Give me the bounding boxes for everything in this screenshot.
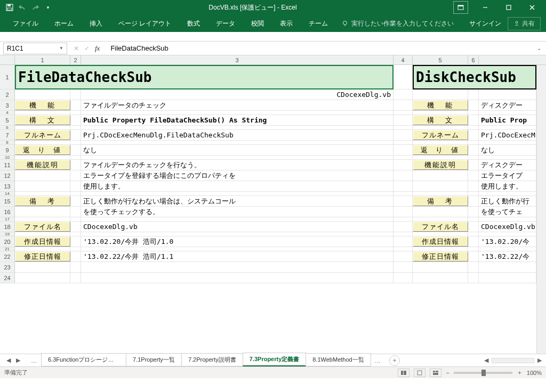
- cell-syntax-r[interactable]: Public Prop: [479, 115, 536, 125]
- cell-desc-r[interactable]: ディスクデー: [479, 160, 536, 170]
- cell-file-r[interactable]: CDocexeDlg.vb: [479, 222, 536, 232]
- cell-remarks2-r[interactable]: を使ってチェ: [479, 207, 536, 217]
- enter-formula-icon[interactable]: ✓: [84, 45, 90, 52]
- label-created-r[interactable]: 作成日情報: [413, 236, 468, 247]
- label-return[interactable]: 返 り 値: [15, 145, 70, 155]
- row-header[interactable]: 18: [0, 222, 14, 232]
- cancel-formula-icon[interactable]: ✕: [74, 45, 79, 52]
- cell-file[interactable]: CDocexeDlg.vb: [81, 222, 394, 232]
- zoom-slider[interactable]: [454, 372, 512, 374]
- tab-page-layout[interactable]: ページ レイアウト: [111, 16, 179, 31]
- cell-return-r[interactable]: なし: [479, 145, 536, 155]
- worksheet-area[interactable]: 1 2 3 4 5 6 7 8 9 10 11 12 13 14 15 16 1…: [0, 65, 546, 354]
- label-desc-r[interactable]: 機能説明: [413, 160, 468, 170]
- cell-fullname[interactable]: Prj.CDocExecMenuDlg.FileDataCheckSub: [81, 130, 394, 140]
- row-header[interactable]: 21: [0, 247, 14, 251]
- col-header[interactable]: 1: [15, 55, 70, 64]
- cell-return[interactable]: なし: [81, 145, 394, 155]
- cell-desc2[interactable]: エラータイプを登録する場合にこのプロパティを: [81, 170, 394, 181]
- label-syntax-r[interactable]: 構 文: [413, 115, 468, 125]
- undo-icon[interactable]: [18, 3, 27, 12]
- sheet-tab-active[interactable]: 7.3Property定義書: [243, 353, 307, 366]
- save-icon[interactable]: [5, 3, 14, 12]
- row-header[interactable]: 3: [0, 100, 14, 111]
- qat-dropdown-icon[interactable]: ▼: [44, 3, 52, 12]
- tab-scroll-left-icon[interactable]: ◀: [6, 357, 11, 364]
- row-header[interactable]: 2: [0, 89, 14, 100]
- cell-syntax[interactable]: Public Property FileDataCheckSub() As St…: [81, 115, 394, 125]
- row-header[interactable]: 23: [0, 262, 14, 273]
- label-remarks-r[interactable]: 備 考: [413, 196, 468, 206]
- tabs-ellipsis-left[interactable]: …: [27, 357, 41, 364]
- label-function-r[interactable]: 機 能: [413, 100, 468, 110]
- cell-created[interactable]: '13.02.20/今井 浩司/1.0: [81, 236, 394, 247]
- scroll-right-icon[interactable]: ▶: [537, 357, 542, 364]
- share-button[interactable]: 共有: [508, 17, 541, 30]
- row-header[interactable]: 11: [0, 160, 14, 170]
- tab-data[interactable]: データ: [208, 16, 243, 31]
- row-header[interactable]: 19: [0, 232, 14, 236]
- tab-review[interactable]: 校閲: [244, 16, 271, 31]
- row-header[interactable]: 14: [0, 192, 14, 196]
- close-button[interactable]: [521, 1, 543, 14]
- row-header[interactable]: 17: [0, 217, 14, 222]
- tab-file[interactable]: ファイル: [5, 16, 46, 31]
- zoom-in-button[interactable]: ＋: [517, 369, 523, 377]
- row-header[interactable]: 16: [0, 207, 14, 217]
- cell-desc3[interactable]: 使用します。: [81, 181, 394, 191]
- row-header[interactable]: 9: [0, 145, 14, 156]
- col-header[interactable]: 3: [81, 55, 394, 64]
- cell-modified-r[interactable]: '13.02.22/今: [479, 251, 536, 262]
- label-modified[interactable]: 修正日情報: [15, 251, 70, 262]
- row-header[interactable]: 13: [0, 181, 14, 192]
- tabs-ellipsis-right[interactable]: …: [371, 357, 385, 364]
- cell-desc2-r[interactable]: エラータイプ: [479, 170, 536, 181]
- chevron-down-icon[interactable]: ▼: [59, 46, 63, 51]
- cell-desc3-r[interactable]: 使用します。: [479, 181, 536, 191]
- tab-home[interactable]: ホーム: [47, 16, 81, 31]
- cell-source-file[interactable]: CDocexeDlg.vb: [81, 89, 394, 100]
- label-desc[interactable]: 機能説明: [15, 160, 70, 170]
- row-header[interactable]: 10: [0, 156, 14, 160]
- maximize-button[interactable]: [498, 1, 519, 14]
- label-fullname-r[interactable]: フルネーム: [413, 130, 468, 140]
- label-return-r[interactable]: 返 り 値: [413, 145, 468, 155]
- row-header[interactable]: 7: [0, 130, 14, 141]
- formula-input[interactable]: [106, 43, 536, 54]
- tab-team[interactable]: チーム: [301, 16, 335, 31]
- tab-view[interactable]: 表示: [272, 16, 300, 31]
- label-created[interactable]: 作成日情報: [15, 236, 70, 247]
- tab-insert[interactable]: 挿入: [82, 16, 110, 31]
- sheet-tab[interactable]: 7.1Property一覧: [126, 353, 182, 366]
- label-remarks[interactable]: 備 考: [15, 196, 70, 206]
- label-file[interactable]: ファイル名: [15, 222, 70, 232]
- row-header[interactable]: 12: [0, 170, 14, 181]
- vertical-scrollbar[interactable]: [536, 65, 546, 354]
- cell-title-left[interactable]: FileDataCheckSub: [15, 65, 394, 89]
- zoom-out-button[interactable]: −: [446, 370, 449, 376]
- cell-remarks-r[interactable]: 正しく動作が行: [479, 196, 536, 206]
- row-header[interactable]: 1: [0, 65, 14, 89]
- label-syntax[interactable]: 構 文: [15, 115, 70, 125]
- cells-area[interactable]: FileDataCheckSub DiskCheckSub CDocexeDlg…: [15, 65, 546, 283]
- expand-formula-bar-icon[interactable]: ⌄: [536, 45, 546, 51]
- row-header[interactable]: 4: [0, 111, 14, 115]
- cell-fullname-r[interactable]: Prj.CDocExecM: [479, 130, 536, 140]
- redo-icon[interactable]: [31, 3, 39, 12]
- ribbon-display-options-icon[interactable]: [453, 1, 468, 14]
- sheet-tab[interactable]: 7.2Property説明書: [181, 353, 243, 366]
- row-header[interactable]: 8: [0, 141, 14, 145]
- view-page-break-icon[interactable]: [430, 369, 441, 377]
- horizontal-scrollbar[interactable]: ◀ ▶: [400, 357, 546, 364]
- cell-remarks[interactable]: 正しく動作が行なわない場合は、システムコール: [81, 196, 394, 206]
- cell-remarks2[interactable]: を使ってチェックする。: [81, 207, 394, 217]
- view-normal-icon[interactable]: [398, 369, 410, 377]
- tab-scroll-right-icon[interactable]: ▶: [16, 357, 20, 364]
- sign-in-link[interactable]: サインイン: [464, 17, 507, 30]
- view-page-layout-icon[interactable]: [414, 369, 425, 377]
- zoom-level[interactable]: 100%: [527, 370, 542, 376]
- label-file-r[interactable]: ファイル名: [413, 222, 468, 232]
- cell-desc[interactable]: ファイルデータのチェックを行なう。: [81, 160, 394, 170]
- sheet-tab[interactable]: 8.1WebMethod一覧: [306, 353, 371, 366]
- label-fullname[interactable]: フルネーム: [15, 130, 70, 140]
